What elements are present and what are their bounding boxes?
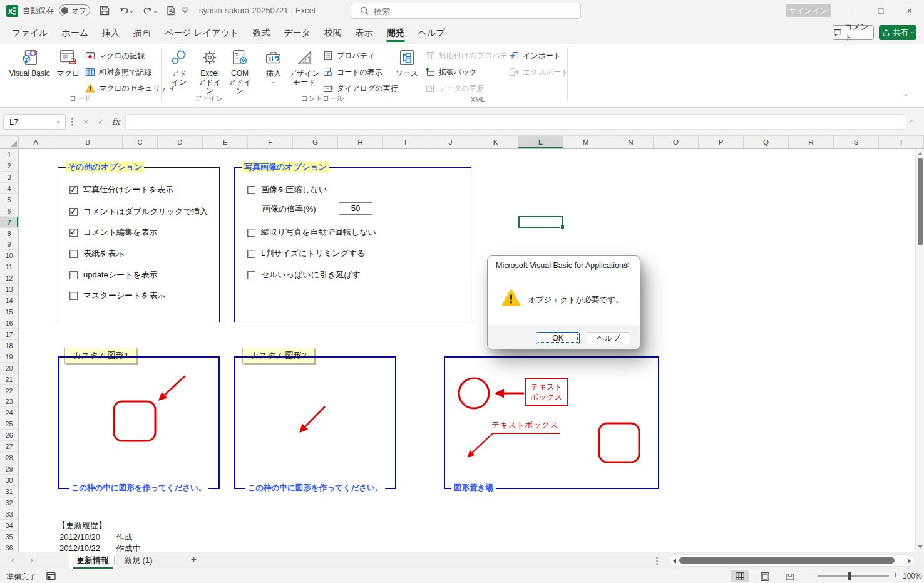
row-header-25[interactable]: 25: [0, 418, 18, 430]
tab-file[interactable]: ファイル: [5, 21, 54, 44]
selected-cell-L7[interactable]: [518, 216, 563, 228]
view-code-button[interactable]: コードの表示: [323, 64, 382, 80]
zoom-level[interactable]: 100%: [903, 572, 922, 580]
checkbox[interactable]: [247, 186, 255, 194]
row-header-28[interactable]: 28: [0, 452, 18, 463]
column-header-Q[interactable]: Q: [744, 136, 789, 148]
cancel-entry-button[interactable]: ×: [79, 114, 93, 130]
row-header-6[interactable]: 6: [0, 205, 18, 217]
column-header-O[interactable]: O: [654, 136, 699, 148]
tab-page-layout[interactable]: ページ レイアウト: [158, 21, 245, 44]
xml-source-button[interactable]: ソース: [394, 46, 420, 78]
add-sheet-button[interactable]: +: [191, 554, 197, 565]
row-header-15[interactable]: 15: [0, 306, 18, 317]
column-header-N[interactable]: N: [608, 136, 654, 148]
close-button[interactable]: ×: [895, 0, 924, 21]
column-header-H[interactable]: H: [338, 136, 383, 148]
checkbox-row[interactable]: セルいっぱいに引き延ばす: [247, 269, 361, 281]
help-button[interactable]: ヘルプ: [587, 332, 630, 344]
dialog-close-icon[interactable]: ×: [620, 256, 634, 275]
signin-button[interactable]: サインイン: [786, 4, 831, 17]
row-header-32[interactable]: 32: [0, 497, 18, 508]
checkbox[interactable]: [69, 186, 78, 194]
row-header-16[interactable]: 16: [0, 317, 18, 329]
confirm-entry-button[interactable]: ✓: [94, 114, 108, 130]
design-mode-button[interactable]: デザインモード: [288, 46, 321, 86]
formula-bar-grip-icon[interactable]: [71, 121, 73, 123]
checkbox[interactable]: [69, 271, 78, 279]
worksheet[interactable]: その他のオプション 写真仕分けシートを表示 コメントはダブルクリックで挿入 コメ…: [19, 149, 915, 552]
tab-review[interactable]: 校閲: [317, 21, 349, 44]
collapse-ribbon-icon[interactable]: ›: [903, 94, 910, 96]
insert-controls-button[interactable]: 挿入›: [262, 46, 285, 86]
prev-sheet-icon[interactable]: ‹: [11, 555, 14, 565]
page-layout-view-button[interactable]: [756, 570, 774, 582]
column-header-C[interactable]: C: [123, 136, 158, 148]
share-button[interactable]: 共有 ›: [879, 25, 916, 40]
column-header-D[interactable]: D: [158, 136, 203, 148]
row-header-13[interactable]: 13: [0, 284, 18, 295]
expand-formula-bar-icon[interactable]: ›: [908, 120, 915, 123]
zoom-out-button[interactable]: −: [806, 570, 811, 580]
checkbox-row[interactable]: updateシートを表示: [69, 269, 158, 281]
checkbox[interactable]: [69, 250, 78, 258]
visual-basic-button[interactable]: Visual Basic: [5, 46, 54, 78]
checkbox[interactable]: [247, 271, 255, 279]
row-header-30[interactable]: 30: [0, 475, 18, 486]
zoom-slider-thumb[interactable]: [848, 572, 851, 580]
macros-button[interactable]: マクロ: [55, 46, 81, 78]
com-addins-button[interactable]: COMアドイン: [226, 46, 254, 95]
row-header-1[interactable]: 1: [0, 149, 18, 160]
checkbox-row[interactable]: コメントはダブルクリックで挿入: [69, 206, 208, 217]
column-header-B[interactable]: B: [53, 136, 123, 148]
excel-logo-icon[interactable]: X: [6, 5, 18, 17]
ok-button[interactable]: OK: [536, 332, 580, 344]
row-header-34[interactable]: 34: [0, 520, 18, 531]
row-header-23[interactable]: 23: [0, 396, 18, 407]
normal-view-button[interactable]: [731, 570, 749, 582]
textbox-boxed[interactable]: テキスト ボックス: [525, 379, 568, 405]
document-icon[interactable]: [165, 5, 177, 16]
checkbox-row[interactable]: 画像を圧縮しない: [247, 184, 327, 195]
row-header-20[interactable]: 20: [0, 363, 18, 374]
row-header-35[interactable]: 35: [0, 531, 18, 542]
sheet-tab-shinki[interactable]: 新規 (1): [116, 552, 160, 569]
formula-input[interactable]: [125, 114, 906, 130]
tab-formulas[interactable]: 数式: [245, 21, 277, 44]
select-all-corner[interactable]: [0, 136, 19, 148]
column-header-E[interactable]: E: [203, 136, 248, 148]
row-header-27[interactable]: 27: [0, 441, 18, 452]
redo-icon[interactable]: [141, 5, 153, 16]
row-header-19[interactable]: 19: [0, 351, 18, 363]
maximize-button[interactable]: □: [866, 0, 895, 21]
row-header-17[interactable]: 17: [0, 329, 18, 340]
page-break-view-button[interactable]: [781, 570, 799, 582]
import-button[interactable]: インポート: [509, 48, 561, 63]
record-macro-button[interactable]: マクロの記録: [85, 48, 145, 63]
sheet-tab-koushin[interactable]: 更新情報: [69, 552, 116, 569]
checkbox-row[interactable]: マスターシートを表示: [69, 290, 166, 301]
relative-references-button[interactable]: 相対参照で記録: [85, 64, 151, 80]
tab-help[interactable]: ヘルプ: [411, 21, 452, 44]
checkbox-row[interactable]: 表紙を表示: [69, 248, 124, 259]
insert-function-button[interactable]: fx: [109, 114, 123, 130]
row-header-24[interactable]: 24: [0, 407, 18, 418]
tab-draw[interactable]: 描画: [126, 21, 158, 44]
column-header-T[interactable]: T: [879, 136, 924, 148]
checkbox-row[interactable]: 縦取り写真を自動で回転しない: [247, 227, 376, 238]
row-header-33[interactable]: 33: [0, 508, 18, 520]
row-header-5[interactable]: 5: [0, 194, 18, 205]
horizontal-scroll-thumb[interactable]: [679, 557, 895, 564]
row-header-29[interactable]: 29: [0, 463, 18, 475]
record-macro-status-icon[interactable]: [46, 572, 56, 580]
tab-developer[interactable]: 開発: [380, 21, 411, 44]
next-sheet-icon[interactable]: ›: [30, 555, 33, 565]
row-header-12[interactable]: 12: [0, 272, 18, 284]
checkbox-row[interactable]: コメント編集を表示: [69, 227, 158, 238]
row-header-31[interactable]: 31: [0, 486, 18, 497]
autosave-toggle[interactable]: オフ: [59, 4, 90, 16]
row-header-36[interactable]: 36: [0, 542, 18, 552]
addins-button[interactable]: アドイン: [166, 46, 192, 86]
custom-shape1-drawing[interactable]: [59, 358, 218, 488]
row-header-8[interactable]: 8: [0, 228, 18, 239]
